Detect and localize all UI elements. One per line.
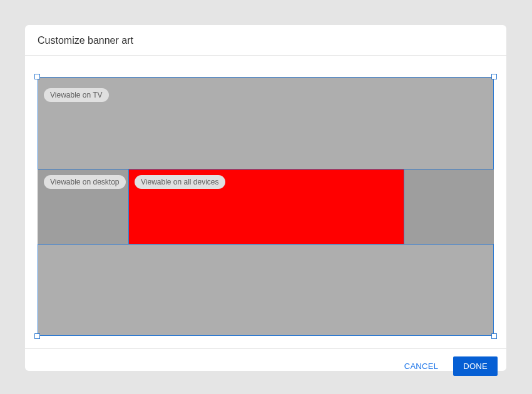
crop-area[interactable]: Viewable on TV Viewable on desktop Viewa… <box>38 77 494 336</box>
dialog-header: Customize banner art <box>25 25 506 56</box>
done-button[interactable]: DONE <box>453 356 498 376</box>
crop-handle-top-left[interactable] <box>34 74 40 79</box>
dialog-title: Customize banner art <box>38 35 494 46</box>
crop-handle-bottom-right[interactable] <box>491 333 497 339</box>
crop-handle-bottom-left[interactable] <box>34 333 40 339</box>
crop-handle-top-right[interactable] <box>491 74 497 79</box>
tv-zone-label: Viewable on TV <box>44 88 109 102</box>
all-devices-zone-label: Viewable on all devices <box>135 175 225 189</box>
dialog-footer: CANCEL DONE <box>25 348 506 383</box>
customize-banner-dialog: Customize banner art Viewable on TV View… <box>25 25 506 371</box>
desktop-zone-label: Viewable on desktop <box>44 175 126 189</box>
dialog-body: Viewable on TV Viewable on desktop Viewa… <box>25 56 506 348</box>
cancel-button[interactable]: CANCEL <box>396 356 448 376</box>
